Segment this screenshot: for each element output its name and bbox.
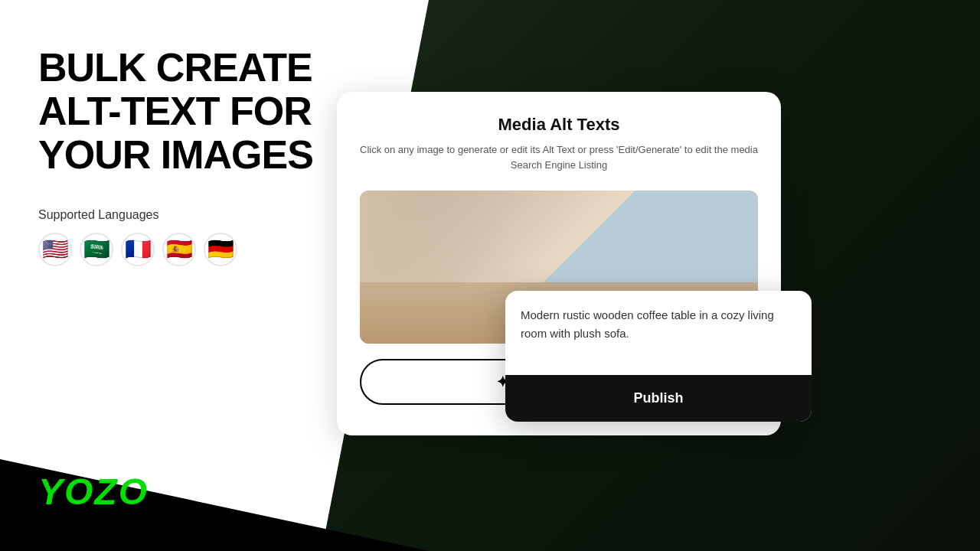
alt-text-card: Modern rustic wooden coffee table in a c… xyxy=(505,291,812,422)
yozo-logo: YOZO xyxy=(38,471,149,513)
headline-block: BULK CREATE ALT-TEXT FOR YOUR IMAGES Sup… xyxy=(38,46,314,266)
alt-text-area[interactable]: Modern rustic wooden coffee table in a c… xyxy=(505,291,812,375)
flag-french: 🇫🇷 xyxy=(121,233,155,266)
alt-text-content: Modern rustic wooden coffee table in a c… xyxy=(521,306,796,343)
headline-line1: BULK CREATE xyxy=(38,46,314,90)
headline: BULK CREATE ALT-TEXT FOR YOUR IMAGES xyxy=(38,46,314,178)
flags-row: 🇺🇸 🇸🇦 🇫🇷 🇪🇸 🇩🇪 xyxy=(38,233,314,266)
main-card-subtitle: Click on any image to generate or edit i… xyxy=(360,142,758,172)
flag-german: 🇩🇪 xyxy=(204,233,237,266)
languages-section: Supported Languages 🇺🇸 🇸🇦 🇫🇷 🇪🇸 🇩🇪 xyxy=(38,208,314,266)
main-card-title: Media Alt Texts xyxy=(360,115,758,135)
headline-line2: ALT-TEXT FOR xyxy=(38,90,314,133)
publish-button[interactable]: Publish xyxy=(505,375,812,422)
flag-arabic: 🇸🇦 xyxy=(80,233,113,266)
left-panel: BULK CREATE ALT-TEXT FOR YOUR IMAGES Sup… xyxy=(0,0,352,551)
headline-line3: YOUR IMAGES xyxy=(38,133,314,177)
flag-spanish: 🇪🇸 xyxy=(162,233,196,266)
flag-english: 🇺🇸 xyxy=(38,233,72,266)
languages-label: Supported Languages xyxy=(38,208,314,222)
